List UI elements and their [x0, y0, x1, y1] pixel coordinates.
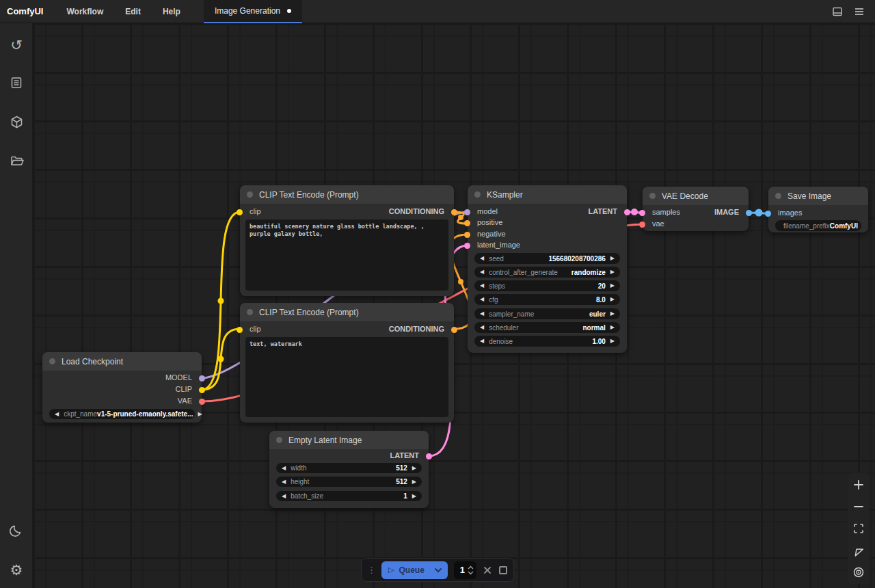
- next-value-icon[interactable]: ▶: [610, 338, 615, 344]
- widget-denoise[interactable]: ◀ denoise 1.00 ▶: [474, 336, 620, 347]
- widget-scheduler[interactable]: ◀ scheduler normal ▶: [474, 322, 620, 333]
- output-port-conditioning[interactable]: [451, 327, 457, 333]
- widget-batch-size[interactable]: ◀ batch_size 1 ▶: [276, 491, 422, 501]
- node-clip-text-encode-negative[interactable]: CLIP Text Encode (Prompt) clip CONDITION…: [240, 303, 454, 423]
- input-port-vae[interactable]: [639, 222, 645, 228]
- widget-steps[interactable]: ◀ steps 20 ▶: [474, 280, 620, 291]
- hamburger-menu-icon[interactable]: [853, 5, 865, 18]
- queue-options-dropdown[interactable]: [431, 567, 448, 573]
- prompt-textarea[interactable]: beautiful scenery nature glass bottle la…: [245, 219, 448, 291]
- prev-value-icon[interactable]: ◀: [282, 494, 286, 499]
- prev-value-icon[interactable]: ◀: [480, 256, 484, 261]
- node-header[interactable]: CLIP Text Encode (Prompt): [240, 185, 454, 204]
- zoom-in-button[interactable]: [851, 477, 866, 492]
- node-empty-latent-image[interactable]: Empty Latent Image LATENT ◀ width 512 ▶ …: [269, 431, 429, 508]
- workflow-tab[interactable]: Image Generation: [204, 0, 302, 23]
- prev-value-icon[interactable]: ◀: [480, 338, 484, 344]
- spinner-down-icon[interactable]: [468, 571, 474, 575]
- next-value-icon[interactable]: ▶: [412, 466, 416, 471]
- node-ksampler[interactable]: KSampler model positive negative latent_…: [468, 185, 627, 353]
- theme-moon-icon[interactable]: [0, 522, 33, 539]
- prev-value-icon[interactable]: ◀: [480, 269, 484, 275]
- batch-count-input[interactable]: 1: [454, 561, 476, 579]
- spinner-up-icon[interactable]: [468, 565, 474, 570]
- node-list-icon[interactable]: [0, 74, 33, 92]
- output-port-vae[interactable]: [199, 399, 205, 405]
- zoom-out-button[interactable]: [851, 499, 866, 514]
- collapse-dot[interactable]: [276, 437, 282, 443]
- node-header[interactable]: KSampler: [468, 185, 627, 204]
- next-value-icon[interactable]: ▶: [610, 283, 615, 289]
- collapse-dot[interactable]: [247, 191, 253, 198]
- node-header[interactable]: Save Image: [768, 187, 868, 205]
- queue-history-icon[interactable]: ↺: [0, 36, 33, 53]
- node-header[interactable]: CLIP Text Encode (Prompt): [240, 303, 454, 321]
- input-port-clip[interactable]: [237, 327, 243, 333]
- node-header[interactable]: Load Checkpoint: [42, 352, 202, 371]
- node-library-cube-icon[interactable]: [0, 113, 33, 131]
- prev-value-icon[interactable]: ◀: [480, 283, 484, 289]
- output-port-conditioning[interactable]: [451, 209, 457, 215]
- node-save-image[interactable]: Save Image images filename_prefix ComfyU…: [768, 187, 868, 232]
- fit-view-button[interactable]: [851, 521, 866, 536]
- collapse-dot[interactable]: [474, 191, 481, 198]
- workflows-folder-icon[interactable]: [0, 152, 33, 170]
- widget-filename-prefix[interactable]: filename_prefix ComfyUI: [775, 220, 861, 231]
- menu-help[interactable]: Help: [152, 7, 191, 16]
- next-value-icon[interactable]: ▶: [610, 311, 615, 317]
- output-port-latent[interactable]: [624, 209, 630, 215]
- widget-sampler-name[interactable]: ◀ sampler_name euler ▶: [474, 308, 620, 319]
- node-header[interactable]: Empty Latent Image: [269, 431, 429, 449]
- prev-value-icon[interactable]: ◀: [282, 479, 286, 485]
- stop-button[interactable]: [498, 566, 508, 574]
- prompt-textarea[interactable]: text, watermark: [245, 337, 448, 417]
- node-vae-decode[interactable]: VAE Decode samples vae IMAGE: [643, 187, 749, 231]
- next-value-icon[interactable]: ▶: [610, 269, 615, 275]
- panel-toggle-icon[interactable]: [831, 5, 844, 18]
- toggle-links-eye-button[interactable]: [851, 565, 866, 580]
- drag-handle-icon[interactable]: ⋮: [367, 565, 375, 575]
- widget-ckpt-name[interactable]: ◀ ckpt_name v1-5-pruned-emaonly.safete..…: [49, 409, 195, 419]
- node-header[interactable]: VAE Decode: [643, 187, 749, 205]
- input-port-samples[interactable]: [639, 210, 645, 216]
- input-port-latent-image[interactable]: [464, 243, 470, 249]
- input-port-model[interactable]: [464, 209, 470, 215]
- collapse-dot[interactable]: [49, 358, 55, 364]
- widget-height[interactable]: ◀ height 512 ▶: [276, 477, 422, 487]
- select-mode-button[interactable]: [851, 543, 866, 558]
- next-value-icon[interactable]: ▶: [198, 412, 202, 417]
- output-port-model[interactable]: [199, 375, 205, 382]
- prev-value-icon[interactable]: ◀: [480, 297, 484, 302]
- next-value-icon[interactable]: ▶: [412, 479, 416, 485]
- collapse-dot[interactable]: [775, 193, 781, 199]
- queue-button[interactable]: ▷ Queue: [381, 565, 431, 575]
- settings-gear-icon[interactable]: ⚙: [0, 561, 33, 578]
- clear-queue-button[interactable]: [483, 565, 492, 575]
- input-port-images[interactable]: [765, 211, 771, 217]
- prev-value-icon[interactable]: ◀: [282, 466, 286, 471]
- input-port-negative[interactable]: [464, 232, 470, 238]
- next-value-icon[interactable]: ▶: [610, 325, 615, 330]
- prev-value-icon[interactable]: ◀: [480, 325, 484, 330]
- input-port-clip[interactable]: [237, 209, 243, 215]
- output-port-image[interactable]: [746, 210, 752, 216]
- node-clip-text-encode-positive[interactable]: CLIP Text Encode (Prompt) clip CONDITION…: [240, 185, 454, 296]
- next-value-icon[interactable]: ▶: [412, 494, 416, 499]
- prev-value-icon[interactable]: ◀: [480, 311, 484, 317]
- widget-width[interactable]: ◀ width 512 ▶: [276, 463, 422, 473]
- widget-seed[interactable]: ◀ seed 156680208700286 ▶: [474, 253, 620, 264]
- output-port-clip[interactable]: [199, 387, 205, 393]
- output-port-latent[interactable]: [426, 453, 432, 459]
- collapse-dot[interactable]: [247, 309, 253, 315]
- next-value-icon[interactable]: ▶: [610, 256, 615, 261]
- batch-count-spinner[interactable]: [468, 565, 474, 575]
- input-port-positive[interactable]: [464, 220, 470, 226]
- widget-cfg[interactable]: ◀ cfg 8.0 ▶: [474, 294, 620, 305]
- graph-canvas[interactable]: [33, 23, 875, 588]
- prev-value-icon[interactable]: ◀: [55, 412, 59, 417]
- menu-workflow[interactable]: Workflow: [55, 7, 114, 16]
- node-load-checkpoint[interactable]: Load Checkpoint MODEL CLIP VAE ◀ ckpt_na…: [42, 352, 202, 423]
- collapse-dot[interactable]: [649, 193, 656, 199]
- widget-control-after-generate[interactable]: ◀ control_after_generate randomize ▶: [474, 267, 620, 278]
- next-value-icon[interactable]: ▶: [610, 297, 615, 302]
